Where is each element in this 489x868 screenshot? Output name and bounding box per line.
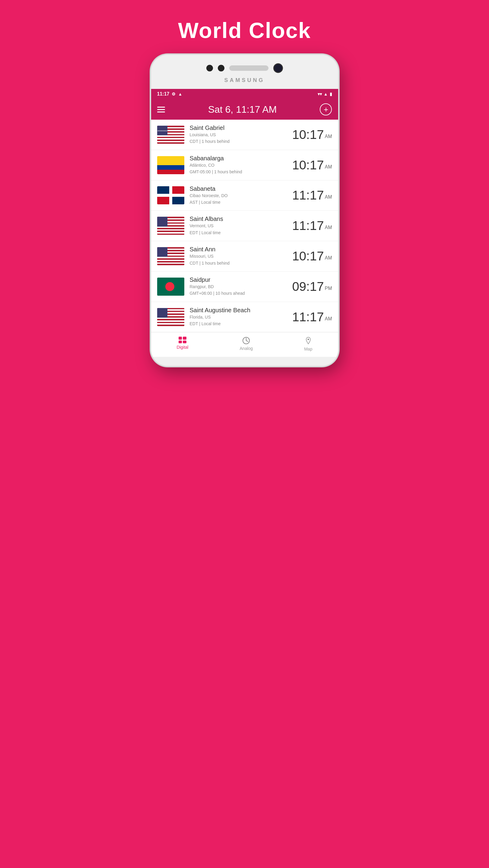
wifi-icon: ▾▾ bbox=[318, 92, 322, 96]
flag-us bbox=[157, 247, 184, 265]
svg-line-2 bbox=[246, 341, 248, 341]
list-item[interactable]: Saidpur Rangpur, BD GMT+06:00 | 10 hours… bbox=[151, 272, 338, 302]
list-item[interactable]: Saint Ann Missouri, US CDT | 1 hours beh… bbox=[151, 241, 338, 272]
tab-digital[interactable]: Digital bbox=[177, 337, 189, 351]
city-timezone: EDT | Local time bbox=[190, 320, 287, 327]
speaker bbox=[229, 65, 268, 71]
flag-do bbox=[157, 186, 184, 204]
flag-bd bbox=[157, 278, 184, 296]
header-datetime: Sat 6, 11:17 AM bbox=[208, 104, 277, 115]
battery-icon: ▮ bbox=[330, 92, 332, 96]
city-info: Sabanalarga Atlántico, CO GMT-05:00 | 1 … bbox=[190, 155, 287, 176]
status-left: 11:17 ⚙ ▲ bbox=[157, 91, 182, 97]
city-region: Rangpur, BD bbox=[190, 283, 287, 290]
phone-sensors bbox=[206, 63, 283, 73]
list-item[interactable]: Saint Albans Vermont, US EDT | Local tim… bbox=[151, 211, 338, 241]
city-name: Saint Ann bbox=[190, 246, 287, 253]
status-time: 11:17 bbox=[157, 91, 170, 97]
menu-button[interactable] bbox=[157, 107, 165, 113]
city-time: 10:17 AM bbox=[292, 159, 332, 172]
time-ampm: AM bbox=[325, 255, 332, 261]
city-name: Saint Gabriel bbox=[190, 124, 287, 131]
flag-us: ★★★★★★★★★★★★★★★★★★★★★★★★★★★★★★★★★★★★★★★★… bbox=[157, 126, 184, 144]
digital-icon bbox=[179, 337, 186, 343]
time-display: 09:17 bbox=[292, 280, 324, 293]
city-time: 10:17 AM bbox=[292, 128, 332, 141]
city-region: Cibao Noroeste, DO bbox=[190, 192, 287, 199]
city-timezone: CDT | 1 hours behind bbox=[190, 138, 287, 145]
time-ampm: AM bbox=[325, 164, 332, 170]
city-time: 11:17 AM bbox=[292, 189, 332, 202]
time-ampm: AM bbox=[325, 225, 332, 230]
city-name: Saint Augustine Beach bbox=[190, 307, 287, 314]
city-time: 11:17 AM bbox=[292, 311, 332, 323]
brand-logo: SAMSUNG bbox=[224, 77, 264, 84]
city-time: 09:17 PM bbox=[292, 280, 332, 293]
city-info: Saint Ann Missouri, US CDT | 1 hours beh… bbox=[190, 246, 287, 267]
phone-frame: SAMSUNG 11:17 ⚙ ▲ ▾▾ ▲ ▮ Sat 6, 11:17 AM… bbox=[151, 55, 338, 366]
list-item[interactable]: Saint Augustine Beach Florida, US EDT | … bbox=[151, 302, 338, 333]
tab-map[interactable]: Map bbox=[304, 337, 312, 351]
city-timezone: CDT | 1 hours behind bbox=[190, 260, 287, 267]
phone-top: SAMSUNG bbox=[151, 55, 338, 89]
time-display: 10:17 bbox=[292, 128, 324, 141]
city-info: Sabaneta Cibao Noroeste, DO AST | Local … bbox=[190, 185, 287, 206]
city-region: Missouri, US bbox=[190, 253, 287, 259]
flag-co bbox=[157, 156, 184, 174]
flag-us bbox=[157, 217, 184, 235]
clock-list: ★★★★★★★★★★★★★★★★★★★★★★★★★★★★★★★★★★★★★★★★… bbox=[151, 120, 338, 332]
list-item[interactable]: Sabanalarga Atlántico, CO GMT-05:00 | 1 … bbox=[151, 150, 338, 181]
city-name: Saint Albans bbox=[190, 216, 287, 222]
time-display: 10:17 bbox=[292, 159, 324, 172]
city-info: Saint Gabriel Louisiana, US CDT | 1 hour… bbox=[190, 124, 287, 145]
city-info: Saint Albans Vermont, US EDT | Local tim… bbox=[190, 216, 287, 236]
notification-icon: ▲ bbox=[178, 92, 182, 96]
city-name: Sabanalarga bbox=[190, 155, 287, 162]
time-ampm: AM bbox=[325, 194, 332, 200]
city-region: Atlántico, CO bbox=[190, 162, 287, 168]
time-display: 11:17 bbox=[292, 189, 324, 202]
app-title: World Clock bbox=[178, 18, 311, 43]
sensor-dot-2 bbox=[218, 65, 225, 71]
city-region: Louisiana, US bbox=[190, 131, 287, 138]
signal-icon: ▲ bbox=[324, 92, 328, 96]
city-name: Saidpur bbox=[190, 276, 287, 283]
map-icon bbox=[305, 337, 312, 345]
time-display: 11:17 bbox=[292, 219, 324, 232]
time-ampm: AM bbox=[325, 316, 332, 321]
bottom-nav: Digital Analog Map bbox=[151, 332, 338, 357]
city-timezone: GMT+06:00 | 10 hours ahead bbox=[190, 290, 287, 297]
gear-icon: ⚙ bbox=[172, 92, 176, 96]
tab-analog-label: Analog bbox=[240, 346, 253, 351]
status-right: ▾▾ ▲ ▮ bbox=[318, 92, 332, 96]
city-timezone: GMT-05:00 | 1 hours behind bbox=[190, 168, 287, 175]
time-ampm: AM bbox=[325, 134, 332, 139]
time-ampm: PM bbox=[325, 286, 332, 291]
tab-analog[interactable]: Analog bbox=[240, 337, 253, 351]
city-region: Florida, US bbox=[190, 314, 287, 320]
city-timezone: AST | Local time bbox=[190, 199, 287, 206]
sensor-dot-1 bbox=[206, 65, 213, 71]
city-time: 11:17 AM bbox=[292, 219, 332, 232]
app-header: Sat 6, 11:17 AM + bbox=[151, 99, 338, 120]
city-info: Saidpur Rangpur, BD GMT+06:00 | 10 hours… bbox=[190, 276, 287, 297]
front-camera bbox=[273, 63, 283, 73]
svg-point-3 bbox=[308, 339, 309, 340]
city-timezone: EDT | Local time bbox=[190, 229, 287, 236]
city-region: Vermont, US bbox=[190, 222, 287, 229]
phone-bottom bbox=[151, 357, 338, 366]
time-display: 11:17 bbox=[292, 311, 324, 323]
city-info: Saint Augustine Beach Florida, US EDT | … bbox=[190, 307, 287, 327]
analog-icon bbox=[242, 337, 250, 344]
list-item[interactable]: ★★★★★★★★★★★★★★★★★★★★★★★★★★★★★★★★★★★★★★★★… bbox=[151, 120, 338, 150]
add-city-button[interactable]: + bbox=[320, 103, 332, 116]
city-name: Sabaneta bbox=[190, 185, 287, 192]
status-bar: 11:17 ⚙ ▲ ▾▾ ▲ ▮ bbox=[151, 89, 338, 99]
time-display: 10:17 bbox=[292, 250, 324, 262]
tab-digital-label: Digital bbox=[177, 345, 189, 350]
flag-us bbox=[157, 308, 184, 326]
list-item[interactable]: Sabaneta Cibao Noroeste, DO AST | Local … bbox=[151, 181, 338, 211]
city-time: 10:17 AM bbox=[292, 250, 332, 262]
tab-map-label: Map bbox=[304, 347, 312, 351]
